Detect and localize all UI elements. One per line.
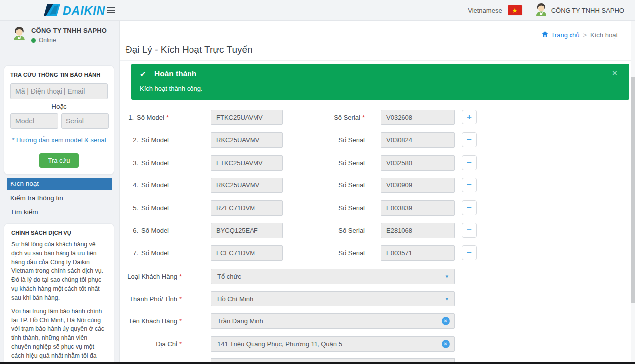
model-input[interactable] — [211, 223, 283, 238]
model-label: 7.Số Model — [119, 245, 169, 261]
top-header: DAIKIN Vietnamese ★ CÔNG TY TNHH SAPHO — [0, 0, 635, 21]
serial-input[interactable] — [381, 178, 455, 193]
model-label: 1.Số Model* — [119, 110, 169, 125]
daikin-logo[interactable]: DAIKIN — [44, 3, 105, 19]
serial-label: Số Serial — [308, 132, 365, 148]
model-serial-row: 3.Số Model Số Serial − — [0, 155, 635, 171]
customer-type-select[interactable]: Tổ chức ▾ — [211, 269, 455, 284]
model-input[interactable] — [211, 132, 283, 148]
customer-name-label: Tên Khách Hàng* — [119, 313, 182, 329]
add-row-button[interactable]: + — [462, 110, 477, 124]
serial-input[interactable] — [381, 245, 455, 261]
address-label: Địa Chỉ* — [119, 336, 182, 352]
model-label: 2.Số Model — [119, 132, 169, 148]
check-icon: ✔ — [140, 70, 146, 79]
model-input[interactable] — [211, 245, 283, 261]
serial-label: Số Serial — [308, 200, 365, 216]
serial-label: Số Serial — [308, 178, 365, 193]
online-status: Online — [31, 37, 107, 44]
model-serial-row: 7.Số Model Số Serial − — [0, 245, 635, 261]
model-serial-row: 2.Số Model Số Serial − — [0, 132, 635, 148]
breadcrumb-home-link[interactable]: Trang chủ — [542, 31, 579, 39]
warranty-activation-page: DAIKIN Vietnamese ★ CÔNG TY TNHH SAPHO — [0, 0, 635, 364]
serial-input[interactable] — [381, 132, 455, 148]
breadcrumb-separator: > — [583, 31, 587, 39]
customer-type-label: Loại Khách Hàng* — [119, 269, 182, 284]
scrollbar — [631, 21, 635, 364]
vietnam-flag-icon[interactable]: ★ — [508, 5, 522, 15]
user-avatar-icon — [13, 26, 26, 44]
model-label: 3.Số Model — [119, 155, 169, 171]
model-input[interactable] — [211, 110, 283, 125]
brand-name: DAIKIN — [63, 4, 105, 18]
chevron-down-icon: ▾ — [445, 269, 448, 284]
sidebar-user-panel: CÔNG TY TNHH SAPHO Online — [13, 26, 107, 44]
alert-title: Hoàn thành — [154, 69, 196, 78]
remove-row-button[interactable]: − — [462, 200, 477, 215]
model-serial-row: 4.Số Model Số Serial − — [0, 178, 635, 193]
hamburger-menu-icon[interactable] — [107, 7, 115, 13]
or-label: Hoặc — [10, 103, 108, 110]
language-label[interactable]: Vietnamese — [468, 7, 502, 14]
serial-label: Số Serial — [308, 245, 365, 261]
city-select[interactable]: Hồ Chí Minh ▾ — [211, 291, 455, 306]
serial-label: Số Serial* — [308, 110, 365, 125]
serial-input[interactable] — [381, 110, 455, 125]
title-divider — [120, 60, 631, 61]
header-user-name: CÔNG TY TNHH SAPHO — [551, 7, 624, 14]
close-icon[interactable]: × — [612, 69, 617, 77]
remove-row-button[interactable]: − — [462, 223, 477, 238]
lookup-code-input[interactable] — [10, 83, 108, 99]
clear-input-icon[interactable]: ✕ — [442, 317, 450, 325]
address-row: Địa Chỉ* 141 Triệu Quang Phục, Phường 11… — [0, 336, 635, 352]
model-input[interactable] — [211, 178, 283, 193]
model-label: 5.Số Model — [119, 200, 169, 216]
remove-row-button[interactable]: − — [462, 245, 477, 260]
breadcrumb: Trang chủ > Kích hoạt — [542, 31, 618, 39]
clear-input-icon[interactable]: ✕ — [442, 340, 450, 348]
model-input[interactable] — [211, 155, 283, 171]
serial-input[interactable] — [381, 155, 455, 171]
serial-label: Số Serial — [308, 155, 365, 171]
model-label: 4.Số Model — [119, 178, 169, 193]
home-icon — [542, 31, 548, 39]
city-row: Thành Phố/ Tỉnh* Hồ Chí Minh ▾ — [0, 291, 635, 306]
customer-name-row: Tên Khách Hàng* Trần Đăng Minh ✕ — [0, 313, 635, 329]
chevron-down-icon: ▾ — [445, 292, 448, 306]
alert-message: Kích hoạt thành công. — [140, 85, 202, 92]
model-serial-row: 5.Số Model Số Serial − — [0, 200, 635, 216]
page-title: Đại Lý - Kích Hoạt Trực Tuyến — [126, 44, 253, 55]
serial-input[interactable] — [381, 200, 455, 216]
model-label: 6.Số Model — [119, 223, 169, 238]
model-input[interactable] — [211, 200, 283, 216]
serial-label: Số Serial — [308, 223, 365, 238]
customer-type-row: Loại Khách Hàng* Tổ chức ▾ — [0, 269, 635, 284]
address-input[interactable]: 141 Triệu Quang Phục, Phường 11, Quận 5 … — [211, 336, 455, 352]
scrollbar-thumb[interactable] — [631, 77, 635, 303]
lookup-card-title: TRA CỨU THÔNG TIN BẢO HÀNH — [10, 72, 108, 78]
header-right-group: Vietnamese ★ CÔNG TY TNHH SAPHO — [468, 0, 624, 21]
header-user-menu[interactable]: CÔNG TY TNHH SAPHO — [535, 3, 624, 18]
online-dot-icon — [31, 38, 36, 43]
sidebar-user-name: CÔNG TY TNHH SAPHO — [31, 27, 107, 34]
city-label: Thành Phố/ Tỉnh* — [119, 291, 182, 306]
customer-name-input[interactable]: Trần Đăng Minh ✕ — [211, 313, 455, 329]
daikin-logo-icon — [44, 3, 60, 19]
model-serial-row: 1.Số Model* Số Serial* + — [0, 110, 635, 125]
serial-input[interactable] — [381, 223, 455, 238]
success-alert: ✔ Hoàn thành Kích hoạt thành công. × — [131, 64, 629, 100]
remove-row-button[interactable]: − — [462, 178, 477, 192]
remove-row-button[interactable]: − — [462, 155, 477, 170]
remove-row-button[interactable]: − — [462, 132, 477, 147]
screen-bottom-edge — [0, 362, 635, 364]
model-serial-row: 6.Số Model Số Serial − — [0, 223, 635, 238]
breadcrumb-current: Kích hoạt — [590, 31, 618, 39]
user-avatar-icon — [535, 3, 547, 18]
